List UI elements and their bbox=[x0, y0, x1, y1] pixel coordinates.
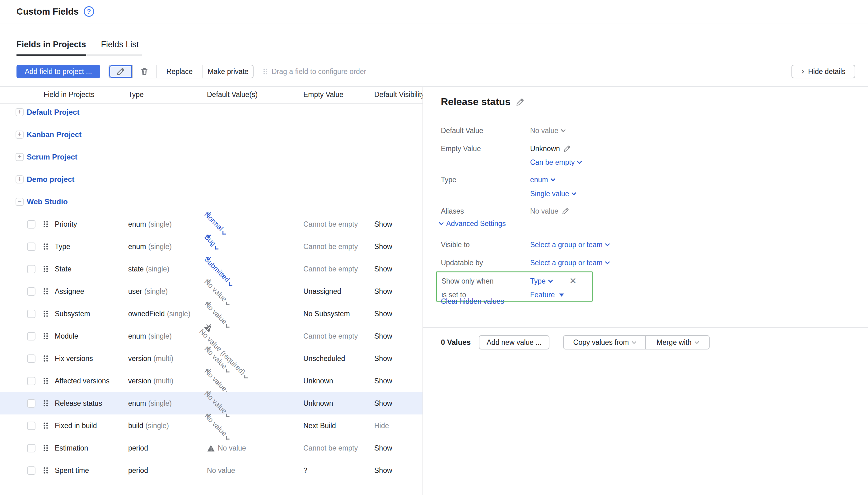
field-row[interactable]: Type enum (single) Bug Cannot be empty S… bbox=[0, 235, 422, 258]
field-row[interactable]: Module enum (single) No value (required)… bbox=[0, 325, 422, 347]
add-new-value-button[interactable]: Add new value ... bbox=[479, 335, 549, 349]
default-visibility-toggle[interactable]: Hide bbox=[374, 414, 389, 437]
drag-handle-icon[interactable] bbox=[43, 325, 49, 347]
drag-handle-icon[interactable] bbox=[43, 459, 49, 482]
row-checkbox[interactable] bbox=[27, 355, 35, 363]
default-visibility-toggle[interactable]: Show bbox=[374, 392, 392, 414]
visible-to-dropdown[interactable]: Select a group or team bbox=[530, 241, 609, 249]
field-name: Subsystem bbox=[55, 303, 90, 325]
advanced-settings-toggle[interactable]: Advanced Settings bbox=[439, 220, 506, 228]
project-group-row[interactable]: Web Studio bbox=[0, 191, 422, 213]
project-group-row[interactable]: Default Project bbox=[0, 101, 422, 123]
replace-button[interactable]: Replace bbox=[156, 65, 202, 78]
project-group-row[interactable]: Scrum Project bbox=[0, 146, 422, 168]
row-checkbox[interactable] bbox=[27, 310, 35, 318]
field-row[interactable]: Subsystem ownedField (single) No value N… bbox=[0, 303, 422, 325]
default-value-dropdown[interactable]: No value bbox=[530, 126, 565, 135]
default-value-dropdown[interactable]: No value bbox=[207, 437, 246, 459]
updatable-by-dropdown[interactable]: Select a group or team bbox=[530, 259, 609, 267]
field-row[interactable]: Spent time period No value ? Show bbox=[0, 459, 422, 482]
remove-condition-icon[interactable]: ✕ bbox=[569, 277, 577, 286]
edit-field-button[interactable] bbox=[109, 65, 132, 78]
expand-toggle-icon[interactable] bbox=[16, 153, 24, 161]
default-visibility-toggle[interactable]: Show bbox=[374, 325, 392, 347]
default-visibility-toggle[interactable]: Show bbox=[374, 235, 392, 258]
single-value-dropdown[interactable]: Single value bbox=[530, 190, 575, 198]
make-private-button[interactable]: Make private bbox=[202, 65, 253, 78]
clear-hidden-values-link[interactable]: Clear hidden values bbox=[441, 297, 504, 306]
merge-with-button[interactable]: Merge with bbox=[645, 336, 709, 349]
add-field-to-project-button[interactable]: Add field to project ... bbox=[16, 65, 100, 78]
can-be-empty-dropdown[interactable]: Can be empty bbox=[530, 158, 581, 167]
empty-value: Unknown bbox=[303, 392, 333, 414]
row-checkbox[interactable] bbox=[27, 444, 35, 453]
drag-handle-icon[interactable] bbox=[43, 370, 49, 392]
default-visibility-toggle[interactable]: Show bbox=[374, 258, 392, 280]
edit-pencil-icon[interactable] bbox=[563, 144, 571, 153]
drag-handle-icon[interactable] bbox=[43, 347, 49, 370]
field-row[interactable]: Assignee user (single) No value Unassign… bbox=[0, 280, 422, 303]
field-row[interactable]: Fixed in build build (single) No value N… bbox=[0, 414, 422, 437]
delete-field-button[interactable] bbox=[132, 65, 156, 78]
expand-toggle-icon[interactable] bbox=[16, 108, 24, 116]
row-checkbox[interactable] bbox=[27, 377, 35, 385]
drag-handle-icon[interactable] bbox=[43, 280, 49, 303]
fields-table: Field in Projects Type Default Value(s) … bbox=[0, 87, 422, 495]
default-visibility-toggle[interactable]: Show bbox=[374, 347, 392, 370]
visible-to-label: Visible to bbox=[441, 241, 470, 249]
condition-field-dropdown[interactable]: Type bbox=[530, 277, 552, 286]
project-group-row[interactable]: Demo project bbox=[0, 168, 422, 191]
edit-pencil-icon[interactable] bbox=[562, 207, 570, 215]
tab-fields-list[interactable]: Fields List bbox=[86, 40, 142, 56]
field-row[interactable]: Fix versions version (multi) No value Un… bbox=[0, 347, 422, 370]
row-checkbox[interactable] bbox=[27, 422, 35, 430]
hide-details-button[interactable]: › Hide details bbox=[791, 65, 855, 78]
field-row[interactable]: State state (single) Submitted Cannot be… bbox=[0, 258, 422, 280]
project-name-link[interactable]: Scrum Project bbox=[27, 153, 78, 161]
type-dropdown[interactable]: enum bbox=[530, 176, 555, 184]
project-name-link[interactable]: Kanban Project bbox=[27, 130, 82, 139]
default-visibility-toggle[interactable]: Show bbox=[374, 213, 392, 235]
field-row[interactable]: Priority enum (single) Normal Cannot be … bbox=[0, 213, 422, 235]
default-visibility-toggle[interactable]: Show bbox=[374, 437, 392, 459]
chevron-down-icon bbox=[605, 259, 610, 264]
drag-handle-icon[interactable] bbox=[43, 235, 49, 258]
row-checkbox[interactable] bbox=[27, 466, 35, 475]
drag-handle-icon[interactable] bbox=[43, 414, 49, 437]
row-checkbox[interactable] bbox=[27, 332, 35, 340]
tab-fields-in-projects[interactable]: Fields in Projects bbox=[16, 40, 86, 56]
row-checkbox[interactable] bbox=[27, 399, 35, 408]
copy-values-from-button[interactable]: Copy values from bbox=[564, 336, 645, 349]
expand-toggle-icon[interactable] bbox=[16, 198, 24, 206]
project-name-link[interactable]: Default Project bbox=[27, 108, 79, 117]
expand-toggle-icon[interactable] bbox=[16, 175, 24, 184]
project-name-link[interactable]: Web Studio bbox=[27, 198, 68, 206]
field-row[interactable]: Release status enum (single) No value Un… bbox=[0, 392, 422, 414]
drag-handle-icon[interactable] bbox=[43, 437, 49, 459]
drag-handle-icon[interactable] bbox=[43, 258, 49, 280]
default-visibility-toggle[interactable]: Show bbox=[374, 459, 392, 482]
field-row[interactable]: Estimation period No value Cannot be emp… bbox=[0, 437, 422, 459]
row-checkbox[interactable] bbox=[27, 220, 35, 228]
project-group-row[interactable]: Kanban Project bbox=[0, 123, 422, 146]
chevron-down-icon bbox=[215, 246, 218, 250]
drag-handle-icon[interactable] bbox=[43, 213, 49, 235]
field-row[interactable]: Affected versions version (multi) No val… bbox=[0, 370, 422, 392]
default-value-text: No value bbox=[218, 444, 246, 453]
default-visibility-toggle[interactable]: Show bbox=[374, 280, 392, 303]
expand-toggle-icon[interactable] bbox=[16, 131, 24, 139]
drag-handle-icon[interactable] bbox=[43, 303, 49, 325]
drag-handle-icon[interactable] bbox=[43, 392, 49, 414]
aliases-editable: No value bbox=[530, 207, 570, 216]
project-name-link[interactable]: Demo project bbox=[27, 175, 74, 184]
help-icon[interactable]: ? bbox=[84, 6, 94, 17]
default-visibility-toggle[interactable]: Show bbox=[374, 303, 392, 325]
default-value-dropdown[interactable]: No value bbox=[207, 459, 235, 482]
default-visibility-toggle[interactable]: Show bbox=[374, 370, 392, 392]
details-title: Release status bbox=[441, 96, 525, 107]
empty-value-editable: Unknown bbox=[530, 144, 571, 153]
edit-title-pencil-icon[interactable] bbox=[516, 97, 525, 107]
row-checkbox[interactable] bbox=[27, 242, 35, 251]
row-checkbox[interactable] bbox=[27, 287, 35, 296]
row-checkbox[interactable] bbox=[27, 265, 35, 273]
